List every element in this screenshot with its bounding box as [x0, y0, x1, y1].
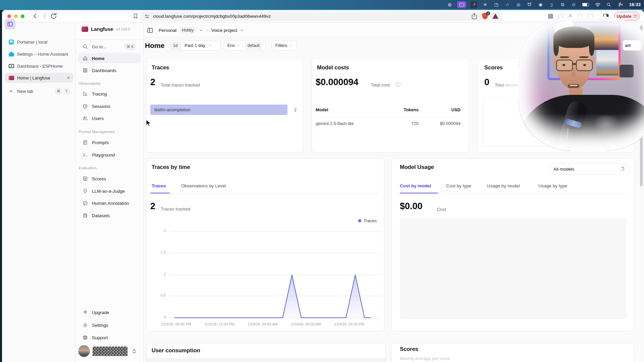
terminal-icon	[83, 152, 88, 158]
sidebar-item-tracing[interactable]: Tracing	[78, 89, 141, 99]
site-settings-icon[interactable]	[144, 14, 150, 19]
export-arrow-icon[interactable]: ↗	[471, 1, 477, 8]
sidebar-item-sessions[interactable]: Sessions	[78, 101, 141, 111]
sidebar-item-human-annotation[interactable]: Human Annotation	[78, 198, 141, 208]
app-brand[interactable]: Langfuse v3.148.0	[82, 26, 130, 32]
brand-version: v3.148.0	[116, 27, 130, 31]
tab-sidebar-panel-button[interactable]	[5, 19, 15, 29]
partial-button[interactable]: art	[623, 40, 642, 51]
database-icon	[83, 213, 88, 218]
box-icon[interactable]: ◳	[493, 1, 499, 8]
sidebar-item-prompts[interactable]: Prompts	[78, 137, 141, 147]
url-text[interactable]: cloud.langfuse.com/project/cmjdcbgbs00p3…	[153, 14, 271, 19]
wifi-icon[interactable]	[594, 1, 601, 8]
usage-tab-underline	[400, 193, 438, 193]
usage-cost-caption: Cost	[437, 207, 446, 212]
env-filter[interactable]: Env default	[224, 40, 266, 51]
update-label: Update	[616, 14, 631, 19]
all-models-select[interactable]: All models	[549, 163, 629, 175]
tab-usage-by-model[interactable]: Usage by model	[487, 183, 520, 188]
chevron-down-icon[interactable]	[199, 28, 203, 33]
tab-observations-by-level[interactable]: Observations by Level	[181, 183, 226, 188]
new-tab-button[interactable]: + New tab ⌘ T	[5, 86, 73, 96]
traffic-light-minimize[interactable]	[14, 14, 18, 18]
layers-icon[interactable]: ⧉	[559, 1, 566, 8]
chevron-down-icon[interactable]	[240, 28, 244, 33]
browser-tab-esphome[interactable]: Dashboard - ESPHome	[5, 61, 73, 71]
forward-button[interactable]	[40, 12, 48, 21]
tabs-underline-track	[150, 193, 378, 193]
breadcrumb: Personal Hobby / Voice project	[159, 26, 244, 35]
sidebar-item-datasets[interactable]: Datasets	[78, 210, 141, 221]
tab-usage-by-type[interactable]: Usage by type	[538, 183, 567, 188]
sidebar-item-llm-judge[interactable]: LLM-as-a-Judge	[78, 186, 141, 196]
account-switcher-chevrons-icon[interactable]	[132, 348, 137, 356]
device-icon[interactable]: ▯	[548, 1, 555, 8]
share-icon[interactable]	[471, 12, 478, 21]
browser-tab-portainer[interactable]: Portainer | local	[5, 37, 73, 47]
env-divider	[243, 43, 243, 48]
traces-bar[interactable]: litellm-acompletion	[150, 105, 287, 115]
annotation-icon	[83, 200, 88, 206]
costs-col-model: Model	[316, 107, 328, 112]
app-sidebar-toggle-icon[interactable]	[147, 27, 153, 35]
date-range-picker[interactable]: 1d Past 1 day	[165, 40, 221, 51]
sidebar-item-settings[interactable]: Settings	[78, 320, 141, 330]
screen-share-icon[interactable]	[457, 1, 466, 8]
reload-button[interactable]	[50, 12, 58, 21]
info-icon[interactable]: i	[396, 82, 400, 87]
play-circle-icon[interactable]: ◉	[537, 1, 544, 8]
loading-spinner-icon	[619, 166, 625, 172]
sidebar-item-goto[interactable]: Go to... ⌘ K	[78, 42, 141, 52]
toolbar-separator	[479, 13, 480, 19]
x-tick-5: 1/24/26, 02:00 PM	[333, 322, 365, 326]
costs-row-tokens: 720	[385, 121, 419, 126]
env-value-chip: default	[245, 42, 262, 50]
sidebar-item-upgrade[interactable]: Upgrade	[78, 307, 141, 317]
input-globe-icon[interactable]: ◍	[446, 1, 453, 8]
x-tick-2: 1/23/26, 11:00 PM	[203, 322, 235, 326]
chart-legend[interactable]: Traces	[358, 218, 377, 223]
filters-button[interactable]: Filters	[272, 40, 297, 51]
org-name[interactable]: Personal	[159, 28, 176, 33]
bookmark-icon[interactable]	[132, 13, 139, 21]
plan-badge: Hobby	[179, 27, 196, 34]
address-bar[interactable]: cloud.langfuse.com/project/cmjdcbgbs00p3…	[140, 11, 502, 21]
traces-by-time-chart	[168, 228, 384, 328]
sidebar-item-home[interactable]: Home	[78, 53, 141, 63]
magnet-icon[interactable]: ∩	[504, 1, 511, 8]
record-icon[interactable]: ⊙	[570, 1, 577, 8]
tab-close-icon[interactable]: ×	[67, 75, 70, 80]
traffic-light-zoom[interactable]	[21, 14, 24, 18]
project-name[interactable]: Voice project	[211, 28, 237, 33]
y-tick-1-5: 1.5	[157, 250, 166, 254]
extension-icon-1[interactable]	[548, 14, 553, 19]
sidebar-item-playground[interactable]: Playground	[78, 150, 141, 160]
traffic-light-close[interactable]	[7, 14, 11, 18]
costs-row-model[interactable]: gemini-2.5-flash-lite	[316, 121, 354, 126]
costs-row-usd: $0.000094	[427, 121, 461, 126]
browser-tab-home-assistant[interactable]: Settings – Home Assistant	[5, 49, 73, 59]
tab-traces[interactable]: Traces	[152, 183, 166, 188]
browser-tab-langfuse[interactable]: Home | Langfuse ×	[5, 73, 73, 83]
user-switch-icon[interactable]: 🮲	[616, 1, 625, 8]
user-avatar[interactable]	[78, 345, 90, 357]
brave-rewards-icon[interactable]	[492, 13, 498, 19]
cat-icon[interactable]: ᗢ	[526, 1, 533, 8]
waves-icon[interactable]: ≋	[482, 1, 488, 8]
model-costs-title: Model costs	[317, 64, 349, 71]
tab-cost-by-model[interactable]: Cost by model	[400, 183, 431, 188]
t-key-badge: T	[63, 88, 70, 95]
sidebar-item-dashboards[interactable]: Dashboards	[78, 65, 141, 75]
sidebar-item-scores[interactable]: Scores	[78, 174, 141, 184]
back-button[interactable]	[31, 12, 39, 21]
legend-label: Traces	[364, 218, 377, 223]
spiral-icon[interactable]: ◎	[515, 1, 522, 8]
cmd-key-badge: ⌘	[55, 88, 62, 95]
usage-chart-placeholder	[400, 218, 626, 319]
sidebar-item-support[interactable]: Support	[78, 333, 141, 343]
tab-cost-by-type[interactable]: Cost by type	[446, 183, 471, 188]
search-icon[interactable]	[605, 1, 612, 8]
battery-charging-icon[interactable]	[581, 1, 590, 8]
sidebar-item-users[interactable]: Users	[78, 113, 141, 123]
